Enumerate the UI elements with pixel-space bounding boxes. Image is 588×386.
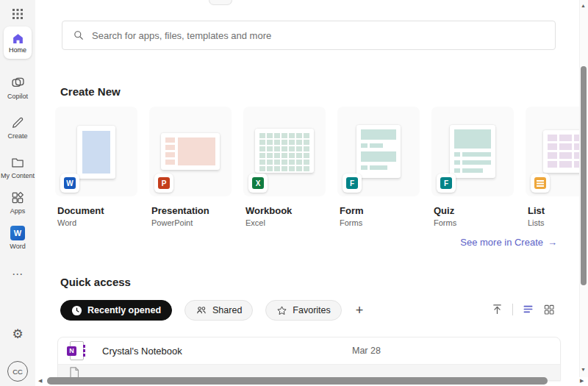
card-preview: F bbox=[337, 107, 420, 196]
card-title: Form bbox=[337, 205, 420, 216]
filter-shared[interactable]: Shared bbox=[184, 300, 253, 321]
vertical-scrollbar-thumb[interactable] bbox=[581, 66, 587, 285]
forms-badge-icon: F bbox=[343, 174, 362, 193]
list-item[interactable]: N Crystal's Notebook Mar 28 bbox=[58, 337, 560, 364]
card-app-name: Word bbox=[55, 218, 137, 227]
upload-icon[interactable] bbox=[491, 303, 503, 315]
file-title: Crystal's Notebook bbox=[102, 346, 182, 357]
app-launcher-button[interactable] bbox=[0, 8, 35, 20]
home-icon bbox=[12, 32, 24, 45]
presentation-thumbnail bbox=[161, 133, 220, 170]
copilot-icon bbox=[10, 75, 26, 90]
word-icon: W bbox=[10, 226, 25, 240]
arrow-right-icon: → bbox=[548, 237, 557, 248]
sidebar: Home Copilot Create bbox=[0, 0, 35, 386]
create-card-form[interactable]: F Form Forms bbox=[337, 107, 420, 227]
sidebar-item-apps[interactable]: Apps bbox=[0, 190, 35, 215]
grid-view-icon[interactable] bbox=[543, 304, 555, 315]
card-preview: P bbox=[149, 107, 232, 196]
quick-access-file-list: N Crystal's Notebook Mar 28 bbox=[57, 337, 561, 381]
scroll-up-icon[interactable]: ▲ bbox=[581, 3, 586, 8]
clipped-top-pill bbox=[209, 0, 232, 5]
filter-favorites[interactable]: Favorites bbox=[265, 300, 341, 321]
file-date: Mar 28 bbox=[352, 346, 381, 356]
excel-badge-icon: X bbox=[248, 174, 268, 193]
card-app-name: Excel bbox=[243, 218, 326, 227]
card-preview: F bbox=[431, 107, 514, 196]
card-title: Presentation bbox=[149, 205, 232, 216]
card-title: Document bbox=[55, 205, 137, 216]
add-filter-button[interactable]: + bbox=[354, 304, 365, 317]
scroll-left-icon[interactable]: ◀ bbox=[38, 378, 42, 383]
card-title: Quiz bbox=[431, 205, 514, 216]
sidebar-item-home[interactable]: Home bbox=[4, 26, 32, 59]
card-app-name: PowerPoint bbox=[149, 218, 232, 227]
apps-icon bbox=[10, 190, 25, 205]
pencil-icon bbox=[10, 115, 25, 130]
create-card-quiz[interactable]: F Quiz Forms bbox=[431, 107, 514, 227]
card-app-name: Forms bbox=[431, 218, 514, 227]
star-icon bbox=[276, 305, 287, 316]
quick-access-toolbar bbox=[491, 303, 555, 315]
sidebar-item-label: Apps bbox=[10, 207, 26, 215]
see-more-label: See more in Create bbox=[460, 237, 543, 248]
sidebar-item-label: Create bbox=[7, 132, 27, 140]
create-new-heading: Create New bbox=[60, 85, 121, 98]
create-card-document[interactable]: W Document Word bbox=[55, 107, 137, 227]
sidebar-item-label: Home bbox=[9, 46, 26, 54]
scroll-down-icon[interactable]: ▼ bbox=[581, 367, 586, 372]
create-card-workbook[interactable]: X Workbook Excel bbox=[243, 107, 326, 227]
workbook-thumbnail bbox=[255, 129, 314, 173]
sidebar-item-copilot[interactable]: Copilot bbox=[0, 75, 35, 100]
quick-access-filters: Recently opened Shared Favorites + bbox=[60, 300, 365, 321]
waffle-icon bbox=[12, 8, 24, 20]
powerpoint-badge-icon: P bbox=[154, 174, 173, 193]
search-bar[interactable] bbox=[62, 21, 556, 50]
settings-gear-icon[interactable]: ⚙ bbox=[0, 326, 35, 342]
word-badge-icon: W bbox=[60, 174, 79, 193]
forms-badge-icon: F bbox=[437, 174, 456, 193]
m365-home-screen: Home Copilot Create bbox=[0, 0, 588, 386]
toolbar-divider bbox=[512, 304, 513, 315]
sidebar-item-label: My Content bbox=[1, 172, 35, 179]
list-view-icon[interactable] bbox=[522, 303, 534, 315]
filter-label: Shared bbox=[212, 305, 242, 315]
card-app-name: Forms bbox=[337, 218, 420, 227]
sidebar-item-create[interactable]: Create bbox=[0, 115, 35, 140]
search-input[interactable] bbox=[92, 30, 545, 41]
sidebar-item-my-content[interactable]: My Content bbox=[0, 155, 35, 179]
lists-badge-icon bbox=[531, 174, 550, 193]
horizontal-scrollbar-thumb[interactable] bbox=[47, 377, 548, 385]
sidebar-item-label: Word bbox=[10, 243, 25, 250]
create-new-cards: W Document Word P Presentation PowerPoin… bbox=[55, 107, 588, 227]
see-more-in-create-link[interactable]: See more in Create → bbox=[460, 237, 557, 248]
onenote-icon: N bbox=[67, 341, 86, 361]
card-preview: W bbox=[55, 107, 137, 196]
filter-recently-opened[interactable]: Recently opened bbox=[60, 300, 172, 321]
quiz-thumbnail bbox=[450, 125, 495, 178]
card-preview: X bbox=[243, 107, 326, 196]
document-thumbnail bbox=[77, 126, 115, 179]
search-icon bbox=[73, 29, 85, 41]
sidebar-item-label: Copilot bbox=[7, 93, 28, 100]
scroll-right-icon[interactable]: ▶ bbox=[580, 378, 584, 383]
create-card-presentation[interactable]: P Presentation PowerPoint bbox=[149, 107, 232, 227]
card-title: Workbook bbox=[243, 205, 326, 216]
folder-icon bbox=[10, 155, 25, 170]
filter-label: Favorites bbox=[293, 305, 330, 315]
filter-label: Recently opened bbox=[87, 305, 161, 315]
account-avatar[interactable]: CC bbox=[7, 361, 28, 382]
form-thumbnail bbox=[356, 125, 401, 178]
quick-access-heading: Quick access bbox=[60, 276, 131, 288]
more-apps-icon[interactable]: ⋯ bbox=[0, 268, 35, 281]
people-icon bbox=[196, 304, 207, 316]
sidebar-item-word[interactable]: W Word bbox=[0, 226, 35, 250]
clock-icon bbox=[71, 305, 82, 316]
